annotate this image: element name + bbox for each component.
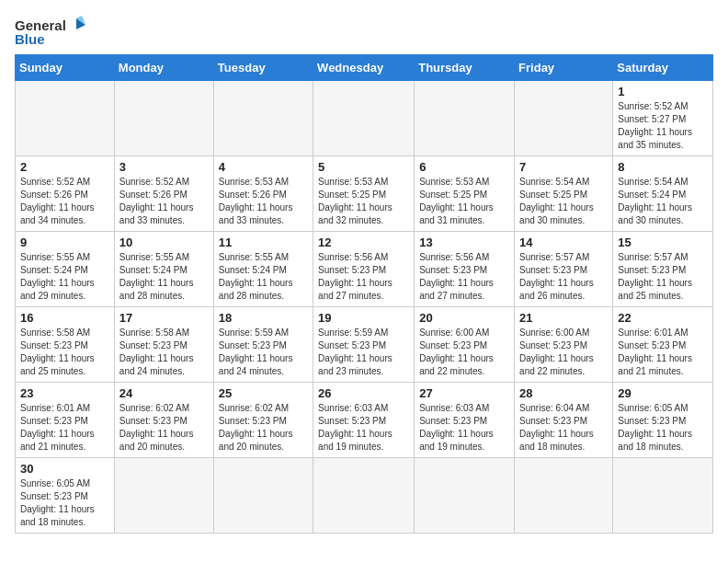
calendar-cell (213, 458, 313, 534)
day-number: 14 (519, 236, 608, 249)
day-number: 29 (618, 386, 708, 400)
calendar-cell (313, 81, 415, 156)
day-number: 27 (419, 386, 509, 400)
calendar-cell: 14Sunrise: 5:57 AM Sunset: 5:23 PM Dayli… (515, 232, 613, 307)
calendar-cell: 11Sunrise: 5:55 AM Sunset: 5:24 PM Dayli… (213, 232, 313, 307)
day-number: 24 (119, 386, 209, 400)
logo-blue: Blue (15, 31, 45, 47)
day-info: Sunrise: 5:56 AM Sunset: 5:23 PM Dayligh… (419, 251, 509, 303)
calendar-cell: 1Sunrise: 5:52 AM Sunset: 5:27 PM Daylig… (613, 81, 713, 156)
day-number: 10 (119, 236, 209, 249)
calendar-week-row: 9Sunrise: 5:55 AM Sunset: 5:24 PM Daylig… (16, 232, 713, 307)
day-number: 2 (20, 160, 109, 174)
day-number: 23 (20, 386, 109, 400)
calendar-cell: 21Sunrise: 6:00 AM Sunset: 5:23 PM Dayli… (515, 307, 613, 383)
weekday-header-row: SundayMondayTuesdayWednesdayThursdayFrid… (16, 55, 713, 81)
day-info: Sunrise: 5:59 AM Sunset: 5:23 PM Dayligh… (219, 327, 308, 378)
calendar-cell: 27Sunrise: 6:03 AM Sunset: 5:23 PM Dayli… (415, 383, 515, 458)
day-info: Sunrise: 6:00 AM Sunset: 5:23 PM Dayligh… (419, 327, 509, 378)
calendar-week-row: 23Sunrise: 6:01 AM Sunset: 5:23 PM Dayli… (16, 383, 713, 458)
weekday-header-tuesday: Tuesday (213, 55, 313, 81)
day-info: Sunrise: 6:02 AM Sunset: 5:23 PM Dayligh… (219, 402, 308, 454)
day-number: 6 (419, 160, 509, 174)
calendar-cell (313, 458, 415, 534)
day-info: Sunrise: 5:52 AM Sunset: 5:26 PM Dayligh… (20, 176, 109, 227)
weekday-header-friday: Friday (515, 55, 613, 81)
calendar-cell: 16Sunrise: 5:58 AM Sunset: 5:23 PM Dayli… (16, 307, 115, 383)
day-info: Sunrise: 5:54 AM Sunset: 5:25 PM Dayligh… (519, 176, 608, 227)
calendar-cell: 10Sunrise: 5:55 AM Sunset: 5:24 PM Dayli… (114, 232, 213, 307)
day-info: Sunrise: 5:57 AM Sunset: 5:23 PM Dayligh… (519, 251, 608, 303)
day-info: Sunrise: 5:58 AM Sunset: 5:23 PM Dayligh… (119, 327, 209, 378)
day-number: 11 (219, 236, 308, 249)
logo: General Blue (15, 15, 89, 47)
calendar-week-row: 1Sunrise: 5:52 AM Sunset: 5:27 PM Daylig… (16, 81, 713, 156)
calendar-cell: 22Sunrise: 6:01 AM Sunset: 5:23 PM Dayli… (613, 307, 713, 383)
calendar-cell: 12Sunrise: 5:56 AM Sunset: 5:23 PM Dayli… (313, 232, 415, 307)
day-info: Sunrise: 6:01 AM Sunset: 5:23 PM Dayligh… (618, 327, 708, 378)
day-number: 19 (318, 311, 409, 325)
calendar-cell: 19Sunrise: 5:59 AM Sunset: 5:23 PM Dayli… (313, 307, 415, 383)
day-number: 12 (318, 236, 409, 249)
day-number: 5 (318, 160, 409, 174)
day-number: 13 (419, 236, 509, 249)
day-number: 28 (519, 386, 608, 400)
calendar-cell: 5Sunrise: 5:53 AM Sunset: 5:25 PM Daylig… (313, 156, 415, 232)
day-info: Sunrise: 5:55 AM Sunset: 5:24 PM Dayligh… (219, 251, 308, 303)
calendar-cell: 18Sunrise: 5:59 AM Sunset: 5:23 PM Dayli… (213, 307, 313, 383)
calendar-cell: 6Sunrise: 5:53 AM Sunset: 5:25 PM Daylig… (415, 156, 515, 232)
day-number: 4 (219, 160, 308, 174)
calendar-cell: 15Sunrise: 5:57 AM Sunset: 5:23 PM Dayli… (613, 232, 713, 307)
day-info: Sunrise: 5:53 AM Sunset: 5:25 PM Dayligh… (318, 176, 409, 227)
calendar-cell (415, 81, 515, 156)
calendar-cell: 25Sunrise: 6:02 AM Sunset: 5:23 PM Dayli… (213, 383, 313, 458)
day-number: 17 (119, 311, 209, 325)
day-info: Sunrise: 6:01 AM Sunset: 5:23 PM Dayligh… (20, 402, 109, 454)
calendar-week-row: 30Sunrise: 6:05 AM Sunset: 5:23 PM Dayli… (16, 458, 713, 534)
day-number: 15 (618, 236, 708, 249)
weekday-header-monday: Monday (114, 55, 213, 81)
day-info: Sunrise: 5:55 AM Sunset: 5:24 PM Dayligh… (119, 251, 209, 303)
logo-bird-icon (69, 15, 89, 35)
calendar-cell: 26Sunrise: 6:03 AM Sunset: 5:23 PM Dayli… (313, 383, 415, 458)
calendar-week-row: 16Sunrise: 5:58 AM Sunset: 5:23 PM Dayli… (16, 307, 713, 383)
calendar-cell: 23Sunrise: 6:01 AM Sunset: 5:23 PM Dayli… (16, 383, 115, 458)
day-number: 7 (519, 160, 608, 174)
day-info: Sunrise: 5:55 AM Sunset: 5:24 PM Dayligh… (20, 251, 109, 303)
calendar-cell (213, 81, 313, 156)
calendar-cell (613, 458, 713, 534)
day-number: 8 (618, 160, 708, 174)
calendar-cell (114, 458, 213, 534)
day-number: 1 (618, 85, 708, 98)
weekday-header-saturday: Saturday (613, 55, 713, 81)
day-info: Sunrise: 5:57 AM Sunset: 5:23 PM Dayligh… (618, 251, 708, 303)
day-info: Sunrise: 5:59 AM Sunset: 5:23 PM Dayligh… (318, 327, 409, 378)
weekday-header-wednesday: Wednesday (313, 55, 415, 81)
calendar-cell (515, 458, 613, 534)
calendar-cell (114, 81, 213, 156)
calendar-week-row: 2Sunrise: 5:52 AM Sunset: 5:26 PM Daylig… (16, 156, 713, 232)
day-number: 16 (20, 311, 109, 325)
day-info: Sunrise: 6:00 AM Sunset: 5:23 PM Dayligh… (519, 327, 608, 378)
calendar-cell: 17Sunrise: 5:58 AM Sunset: 5:23 PM Dayli… (114, 307, 213, 383)
day-info: Sunrise: 6:03 AM Sunset: 5:23 PM Dayligh… (419, 402, 509, 454)
day-info: Sunrise: 5:53 AM Sunset: 5:25 PM Dayligh… (419, 176, 509, 227)
day-number: 18 (219, 311, 308, 325)
day-info: Sunrise: 6:05 AM Sunset: 5:23 PM Dayligh… (618, 402, 708, 454)
day-info: Sunrise: 5:54 AM Sunset: 5:24 PM Dayligh… (618, 176, 708, 227)
day-number: 26 (318, 386, 409, 400)
calendar-cell: 20Sunrise: 6:00 AM Sunset: 5:23 PM Dayli… (415, 307, 515, 383)
calendar-cell (415, 458, 515, 534)
calendar-cell: 29Sunrise: 6:05 AM Sunset: 5:23 PM Dayli… (613, 383, 713, 458)
calendar-cell: 2Sunrise: 5:52 AM Sunset: 5:26 PM Daylig… (16, 156, 115, 232)
calendar-table: SundayMondayTuesdayWednesdayThursdayFrid… (15, 54, 713, 534)
page-header: General Blue (15, 15, 713, 47)
day-info: Sunrise: 5:58 AM Sunset: 5:23 PM Dayligh… (20, 327, 109, 378)
logo-general: General (15, 17, 66, 33)
weekday-header-sunday: Sunday (16, 55, 115, 81)
day-number: 25 (219, 386, 308, 400)
calendar-cell: 9Sunrise: 5:55 AM Sunset: 5:24 PM Daylig… (16, 232, 115, 307)
calendar-cell (16, 81, 115, 156)
calendar-cell: 8Sunrise: 5:54 AM Sunset: 5:24 PM Daylig… (613, 156, 713, 232)
day-info: Sunrise: 5:56 AM Sunset: 5:23 PM Dayligh… (318, 251, 409, 303)
